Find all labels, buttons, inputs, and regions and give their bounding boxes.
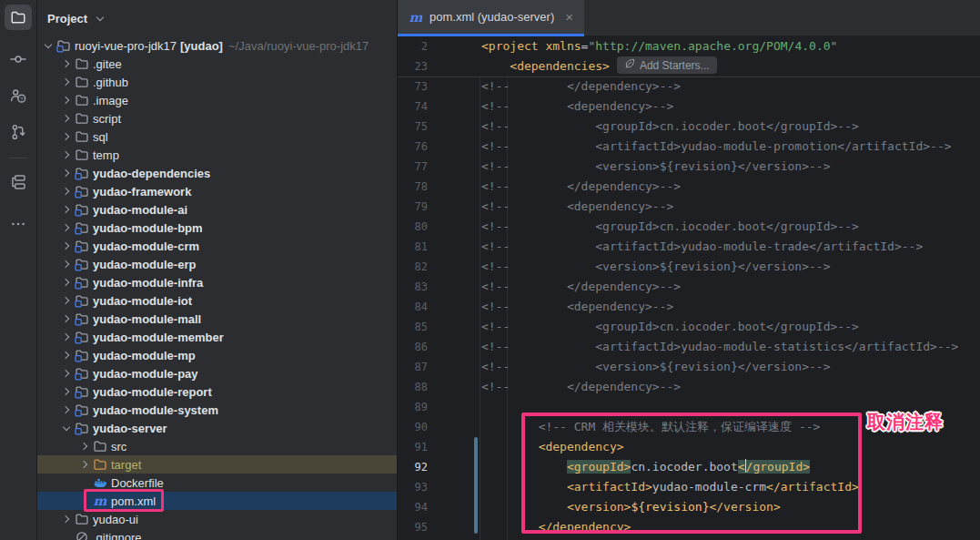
- tree-item-yudao-module-infra[interactable]: yudao-module-infra: [37, 273, 397, 291]
- code-line-87[interactable]: 87<!-- <version>${revision}</version>-->: [398, 357, 980, 377]
- chevron-right-icon[interactable]: [59, 311, 74, 326]
- chevron-right-icon[interactable]: [59, 512, 74, 526]
- code-line-88[interactable]: 88<!-- </dependency>-->: [398, 377, 980, 397]
- close-icon[interactable]: ×: [565, 10, 573, 24]
- chevron-right-icon[interactable]: [59, 75, 74, 89]
- chevron-right-icon[interactable]: [59, 184, 74, 199]
- code-area[interactable]: 73<!-- </dependency>-->74<!-- <dependenc…: [398, 76, 980, 540]
- collaboration-icon[interactable]: ?: [5, 83, 32, 108]
- tree-item-gitee[interactable]: .gitee: [37, 55, 397, 73]
- folder-icon: [74, 75, 90, 89]
- code-line-74[interactable]: 74<!-- <dependency>-->: [398, 97, 980, 117]
- structure-icon[interactable]: [5, 169, 32, 195]
- tree-item-yudao-module-ai[interactable]: yudao-module-ai: [37, 200, 397, 219]
- chevron-right-icon[interactable]: [59, 220, 74, 235]
- chevron-down-icon[interactable]: [93, 11, 107, 25]
- folder-icon: [92, 457, 108, 472]
- chevron-down-icon[interactable]: [41, 38, 56, 53]
- tree-item-temp[interactable]: temp: [37, 146, 397, 164]
- chevron-right-icon[interactable]: [59, 348, 74, 362]
- chevron-right-icon[interactable]: [59, 293, 74, 308]
- code-line-83[interactable]: 83<!-- </dependency>-->: [398, 277, 980, 297]
- activity-bar: ?: [0, 0, 37, 540]
- commit-icon[interactable]: [5, 46, 32, 72]
- tree-item-dockerfile[interactable]: Dockerfile: [37, 474, 397, 492]
- code-line-76[interactable]: 76<!-- <artifactId>yudao-module-promotio…: [398, 137, 980, 157]
- code-line-91[interactable]: 91 <dependency>: [398, 437, 980, 457]
- chevron-right-icon[interactable]: [59, 366, 74, 381]
- tree-item-yudao-server[interactable]: yudao-server: [37, 419, 397, 437]
- code-line-23[interactable]: 23 <dependencies>Add Starters...: [398, 56, 980, 76]
- chevron-right-icon[interactable]: [59, 202, 74, 217]
- chevron-spacer: [77, 494, 92, 508]
- tree-item-yudao-module-bpm[interactable]: yudao-module-bpm: [37, 219, 397, 237]
- line-number: 75: [398, 117, 428, 137]
- tree-item-yudao-module-pay[interactable]: yudao-module-pay: [37, 364, 397, 382]
- tree-item-yudao-module-crm[interactable]: yudao-module-crm: [37, 237, 397, 255]
- code-line-73[interactable]: 73<!-- </dependency>-->: [398, 76, 980, 97]
- pull-requests-icon[interactable]: [5, 119, 32, 145]
- chevron-right-icon[interactable]: [59, 402, 74, 417]
- code-line-84[interactable]: 84<!-- <dependency>-->: [398, 297, 980, 317]
- tree-item-script[interactable]: script: [37, 109, 397, 127]
- tree-item-yudao-module-erp[interactable]: yudao-module-erp: [37, 255, 397, 273]
- add-starters-inlay[interactable]: Add Starters...: [617, 56, 717, 74]
- tree-item-yudao-module-mp[interactable]: yudao-module-mp: [37, 346, 397, 364]
- more-tools-icon[interactable]: [5, 211, 32, 237]
- chevron-right-icon[interactable]: [59, 93, 74, 107]
- code-line-93[interactable]: 93 <artifactId>yudao-module-crm</artifac…: [398, 477, 980, 497]
- chevron-right-icon[interactable]: [77, 457, 92, 472]
- code-line-86[interactable]: 86<!-- <artifactId>yudao-module-statisti…: [398, 337, 980, 357]
- code-line-81[interactable]: 81<!-- <artifactId>yudao-module-trade</a…: [398, 237, 980, 257]
- chevron-right-icon[interactable]: [59, 330, 74, 344]
- chevron-right-icon[interactable]: [59, 129, 74, 144]
- tree-item-target[interactable]: target: [37, 455, 397, 474]
- tree-item-ruoyi-vue-pro-jdk17[interactable]: ruoyi-vue-pro-jdk17[yudao]~/Java/ruoyi-v…: [37, 36, 397, 55]
- chevron-down-icon[interactable]: [59, 421, 74, 435]
- tree-item-yudao-module-mall[interactable]: yudao-module-mall: [37, 310, 397, 328]
- code-line-75[interactable]: 75<!-- <groupId>cn.iocoder.boot</groupId…: [398, 117, 980, 137]
- module-icon: [74, 184, 90, 199]
- code-line-77[interactable]: 77<!-- <version>${revision}</version>-->: [398, 157, 980, 177]
- code-line-92[interactable]: 92 <groupId>cn.iocoder.boot</groupId>: [398, 457, 980, 477]
- chevron-right-icon[interactable]: [59, 275, 74, 290]
- tree-item-sql[interactable]: sql: [37, 127, 397, 146]
- tree-item-image[interactable]: .image: [37, 91, 397, 109]
- chevron-right-icon[interactable]: [59, 257, 74, 271]
- tab-pom-xml[interactable]: m pom.xml (yudao-server) ×: [398, 0, 584, 36]
- chevron-right-icon[interactable]: [77, 439, 92, 453]
- chevron-right-icon[interactable]: [59, 166, 74, 180]
- folder-icon: [74, 148, 90, 162]
- code-line-79[interactable]: 79<!-- <dependency>-->: [398, 197, 980, 217]
- code-line-82[interactable]: 82<!-- <version>${revision}</version>-->: [398, 257, 980, 277]
- code-line-85[interactable]: 85<!-- <groupId>cn.iocoder.boot</groupId…: [398, 317, 980, 337]
- line-number: 83: [398, 277, 428, 297]
- ide-window: ? Project ruoyi-vue-pro-jdk17[yudao]~/Ja…: [0, 0, 980, 540]
- tree-item-label: script: [93, 112, 121, 126]
- tree-item-label: yudao-module-iot: [93, 294, 192, 308]
- code-line-95[interactable]: 95 </dependency>: [398, 517, 980, 537]
- tree-item-pom-xml[interactable]: mpom.xml: [37, 492, 397, 510]
- tree-item-yudao-module-system[interactable]: yudao-module-system: [37, 401, 397, 419]
- project-panel: Project ruoyi-vue-pro-jdk17[yudao]~/Java…: [37, 0, 398, 540]
- tree-item-yudao-ui[interactable]: yudao-ui: [37, 510, 397, 528]
- code-line-94[interactable]: 94 <version>${revision}</version>: [398, 497, 980, 517]
- tree-item-yudao-module-report[interactable]: yudao-module-report: [37, 382, 397, 401]
- tree-item-src[interactable]: src: [37, 437, 397, 455]
- chevron-right-icon[interactable]: [59, 56, 74, 71]
- tree-item-yudao-module-member[interactable]: yudao-module-member: [37, 328, 397, 346]
- chevron-right-icon[interactable]: [59, 384, 74, 399]
- chevron-right-icon[interactable]: [59, 148, 74, 162]
- tree-item-yudao-dependencies[interactable]: yudao-dependencies: [37, 164, 397, 182]
- chevron-right-icon[interactable]: [59, 239, 74, 253]
- tree-item-github[interactable]: .github: [37, 73, 397, 91]
- project-icon[interactable]: [5, 5, 32, 30]
- tree-item-gitignore[interactable]: .gitignore: [37, 528, 397, 540]
- code-line-78[interactable]: 78<!-- </dependency>-->: [398, 177, 980, 197]
- tree-item-yudao-framework[interactable]: yudao-framework: [37, 182, 397, 200]
- code-line-2[interactable]: 2<project xmlns="http://maven.apache.org…: [398, 36, 980, 56]
- code-line-80[interactable]: 80<!-- <groupId>cn.iocoder.boot</groupId…: [398, 217, 980, 237]
- project-panel-header[interactable]: Project: [37, 0, 397, 36]
- tree-item-yudao-module-iot[interactable]: yudao-module-iot: [37, 291, 397, 310]
- chevron-right-icon[interactable]: [59, 111, 74, 126]
